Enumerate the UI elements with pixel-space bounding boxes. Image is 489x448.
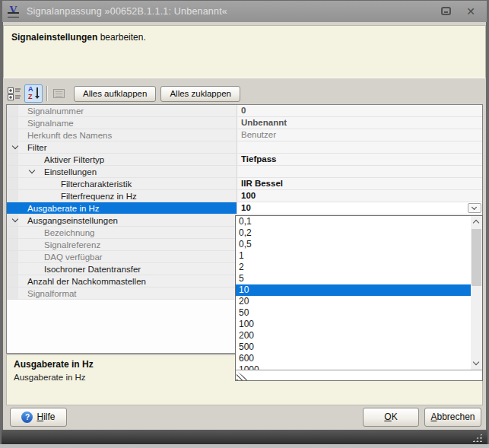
dropdown-item[interactable]: 0,1 — [236, 216, 482, 227]
chevron-down-icon — [472, 205, 477, 210]
row-label: Ausgaberate in Hz — [7, 202, 237, 214]
toolbar: A Z Alles aufklappen Alles zuklappen — [6, 83, 240, 104]
row-label: DAQ verfügbar — [7, 251, 237, 262]
help-button[interactable]: ? Hilfe — [10, 408, 67, 427]
header-panel: Signaleinstellungen bearbeiten. — [3, 25, 486, 78]
grid-row[interactable]: Herkunft des NamensBenutzer — [7, 129, 482, 141]
status-bar — [2, 430, 487, 444]
row-label: Bezeichnung — [7, 227, 237, 238]
dropdown-item[interactable]: 20 — [236, 296, 482, 307]
dropdown-scrollbar[interactable] — [471, 216, 482, 370]
categorized-icon[interactable] — [6, 85, 23, 102]
resize-grip-icon[interactable] — [237, 371, 249, 380]
row-label: Filter — [7, 141, 237, 153]
header-bold-text: Signaleinstellungen — [11, 32, 97, 43]
row-value — [237, 141, 482, 153]
row-label: Aktiver Filtertyp — [7, 154, 237, 165]
cancel-button[interactable]: Abbrechen — [424, 408, 481, 427]
maximize-icon — [441, 7, 451, 15]
grid-row[interactable]: Signalnummer0 — [7, 105, 482, 117]
chevron-down-icon[interactable] — [12, 143, 18, 149]
grid-row[interactable]: SignalnameUnbenannt — [7, 117, 482, 129]
dropdown-resize-bar — [236, 370, 482, 380]
row-label: Signalname — [7, 117, 237, 129]
row-label: Signalformat — [7, 288, 237, 299]
dropdown-popup: 0,10,20,51251020501002005006001000 — [235, 215, 483, 381]
expand-all-button[interactable]: Alles aufklappen — [74, 86, 156, 102]
header-text: bearbeiten. — [97, 32, 145, 43]
toolbar-separator — [46, 86, 47, 101]
chevron-down-icon[interactable] — [29, 167, 35, 173]
dropdown-item[interactable]: 0,5 — [236, 239, 482, 250]
grid-row[interactable]: Aktiver FiltertypTiefpass — [7, 154, 482, 166]
dropdown-item[interactable]: 10 — [236, 284, 482, 296]
row-label: Ausgangseinstellungen — [7, 214, 237, 226]
row-label: Herkunft des Namens — [7, 129, 237, 141]
row-value: Benutzer — [237, 129, 482, 141]
dropdown-item[interactable]: 2 — [236, 262, 482, 273]
frame-bottom-edge — [0, 444, 489, 448]
row-label: Filtercharakteristik — [7, 178, 237, 189]
dropdown-item[interactable]: 50 — [236, 307, 482, 319]
collapse-all-button[interactable]: Alles zuklappen — [160, 86, 240, 102]
grid-row[interactable]: Filter — [7, 141, 482, 154]
dropdown-item[interactable]: 200 — [236, 330, 482, 342]
row-label: Anzahl der Nachkommastellen — [7, 275, 237, 287]
grid-row[interactable]: FiltercharakteristikIIR Bessel — [7, 178, 482, 190]
combo-dropdown-button[interactable] — [468, 203, 481, 213]
sort-arrow-icon — [37, 87, 38, 97]
window-title: Signalanpassung »00652B.1.1.1: Unbenannt… — [27, 6, 227, 17]
window-resize-grip[interactable] — [472, 433, 483, 442]
titlebar: V Signalanpassung »00652B.1.1.1: Unbenan… — [2, 1, 487, 22]
row-label: Signalnummer — [7, 105, 237, 116]
ok-button[interactable]: OK — [363, 408, 419, 427]
scrollbar-thumb[interactable] — [472, 229, 481, 286]
dropdown-item[interactable]: 1000 — [236, 364, 482, 370]
grid-row[interactable]: Ausgaberate in Hz10 — [7, 202, 482, 214]
dropdown-item[interactable]: 5 — [236, 273, 482, 284]
row-label: Signalreferenz — [7, 239, 237, 250]
close-button[interactable]: ✕ — [464, 6, 478, 17]
chevron-down-icon[interactable] — [12, 216, 18, 222]
row-value: 0 — [237, 105, 482, 116]
window-frame: V Signalanpassung »00652B.1.1.1: Unbenan… — [0, 0, 489, 448]
row-value: 100 — [237, 190, 482, 202]
row-value: IIR Bessel — [237, 178, 482, 189]
dropdown-item[interactable]: 1 — [236, 250, 482, 262]
dropdown-item[interactable]: 500 — [236, 342, 482, 353]
grid-row[interactable]: Filterfrequenz in Hz100 — [7, 190, 482, 202]
row-label: Isochroner Datentransfer — [7, 263, 237, 275]
grid-row[interactable]: Einstellungen — [7, 166, 482, 178]
row-label: Filterfrequenz in Hz — [7, 190, 237, 202]
maximize-button[interactable] — [440, 6, 453, 17]
row-label: Einstellungen — [7, 166, 237, 177]
scroll-down-button[interactable] — [471, 357, 482, 370]
app-icon: V — [7, 5, 20, 19]
dropdown-item[interactable]: 100 — [236, 319, 482, 330]
row-value: Unbenannt — [237, 117, 482, 129]
row-value: 10 — [237, 202, 482, 214]
help-icon: ? — [21, 411, 33, 423]
dropdown-item[interactable]: 600 — [236, 353, 482, 364]
sort-az-icon[interactable]: A Z — [24, 84, 43, 103]
row-value: Tiefpass — [237, 154, 482, 165]
dropdown-item[interactable]: 0,2 — [236, 227, 482, 239]
scroll-up-button[interactable] — [471, 216, 482, 228]
row-value — [237, 166, 482, 177]
property-pages-icon[interactable] — [51, 85, 68, 102]
